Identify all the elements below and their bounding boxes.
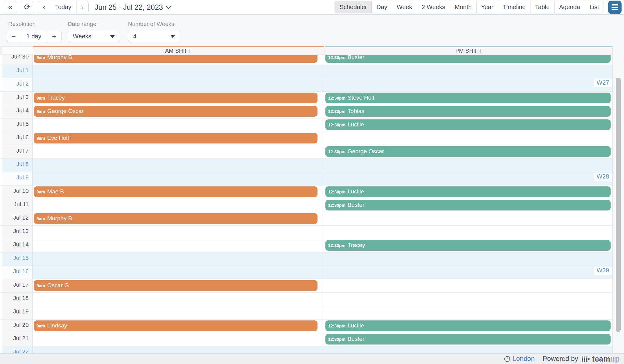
am-shift-cell[interactable]: 9amMae B (33, 186, 324, 199)
am-shift-cell[interactable] (33, 118, 324, 132)
date-label[interactable]: Jul 5 (2, 118, 33, 132)
event-am-shift[interactable]: 9amOscar G (34, 280, 317, 291)
resolution-decrease-button[interactable]: − (6, 31, 21, 42)
powered-by[interactable]: Powered by teamup (543, 355, 620, 363)
pm-shift-cell[interactable]: W29 (324, 266, 612, 279)
pm-shift-cell[interactable]: 12:30pmLucille (324, 186, 612, 199)
event-pm-shift[interactable]: 12:30pmLucille (325, 119, 611, 130)
week-number-badge[interactable]: W27 (594, 79, 612, 87)
pm-shift-column-header[interactable]: PM SHIFT (325, 46, 612, 55)
event-pm-shift[interactable]: 12:30pmBuster (325, 334, 611, 345)
pm-shift-cell[interactable] (324, 306, 612, 319)
pm-shift-cell[interactable] (324, 159, 612, 172)
date-label[interactable]: Jul 14 (2, 239, 33, 252)
tab-month[interactable]: Month (450, 1, 476, 13)
pm-shift-cell[interactable] (324, 65, 612, 78)
tab-year[interactable]: Year (476, 1, 498, 13)
event-am-shift[interactable]: 9amMae B (34, 186, 317, 197)
date-label[interactable]: Jul 1 (2, 65, 33, 78)
am-shift-cell[interactable] (33, 226, 324, 239)
tab-week[interactable]: Week (392, 1, 417, 13)
event-am-shift[interactable]: 9amMurphy B (34, 213, 317, 224)
event-am-shift[interactable]: 9amLindsay (34, 320, 317, 331)
tab-agenda[interactable]: Agenda (554, 1, 585, 13)
tab-2-weeks[interactable]: 2 Weeks (417, 1, 450, 13)
date-range-title[interactable]: Jun 25 - Jul 22, 2023 (95, 3, 170, 12)
pm-shift-cell[interactable] (324, 279, 612, 292)
date-label[interactable]: Jul 3 (2, 92, 33, 105)
event-pm-shift[interactable]: 12:30pmBuster (325, 200, 611, 210)
timezone-link[interactable]: London (504, 355, 535, 363)
date-label[interactable]: Jul 22 (2, 346, 33, 353)
am-shift-cell[interactable]: 9amOscar G (33, 279, 324, 292)
date-label[interactable]: Jul 2 (2, 78, 33, 91)
date-label[interactable]: Jul 4 (2, 105, 33, 118)
pm-shift-cell[interactable] (324, 212, 612, 225)
pm-shift-cell[interactable]: 12:30pmLucille (324, 320, 612, 333)
am-shift-cell[interactable] (33, 253, 324, 266)
event-am-shift[interactable]: 9amEve Holt (34, 133, 317, 143)
pm-shift-cell[interactable]: W27 (324, 78, 612, 91)
am-shift-cell[interactable]: 9amLindsay (33, 320, 324, 333)
date-label[interactable]: Jul 21 (2, 333, 33, 346)
event-pm-shift[interactable]: 12:30pmLucille (325, 186, 611, 197)
date-label[interactable]: Jul 6 (2, 132, 33, 145)
pm-shift-cell[interactable]: 12:30pmTracey (324, 239, 612, 252)
pm-shift-cell[interactable] (324, 132, 612, 145)
pm-shift-cell[interactable]: W28 (324, 172, 612, 185)
number-of-weeks-select[interactable]: 4 (128, 31, 180, 42)
event-am-shift[interactable]: 9amMurphy B (34, 55, 317, 63)
week-number-badge[interactable]: W29 (594, 267, 612, 275)
am-shift-cell[interactable] (33, 65, 324, 78)
refresh-button[interactable]: ⟳ (21, 1, 34, 13)
pm-shift-cell[interactable]: 12:30pmBuster (324, 199, 612, 212)
menu-button[interactable] (608, 1, 622, 14)
am-shift-cell[interactable] (33, 266, 324, 279)
am-shift-cell[interactable] (33, 145, 324, 158)
pm-shift-cell[interactable]: 12:30pmGeorge Oscar (324, 145, 612, 158)
week-number-badge[interactable]: W28 (594, 173, 612, 181)
pm-shift-cell[interactable] (324, 293, 612, 306)
am-shift-column-header[interactable]: AM SHIFT (33, 46, 324, 55)
am-shift-cell[interactable]: 9amMurphy B (33, 55, 324, 65)
date-label[interactable]: Jul 12 (2, 212, 33, 225)
date-label[interactable]: Jul 20 (2, 320, 33, 333)
date-label[interactable]: Jul 10 (2, 186, 33, 199)
pm-shift-cell[interactable]: 12:30pmLucille (324, 118, 612, 132)
date-label[interactable]: Jul 16 (2, 266, 33, 279)
pm-shift-cell[interactable]: 12:30pmBuster (324, 55, 612, 65)
date-label[interactable]: Jul 8 (2, 159, 33, 172)
resolution-increase-button[interactable]: + (47, 31, 62, 42)
am-shift-cell[interactable] (33, 306, 324, 319)
date-label[interactable]: Jul 18 (2, 293, 33, 306)
pm-shift-cell[interactable]: 12:30pmTobias (324, 105, 612, 118)
tab-scheduler[interactable]: Scheduler (335, 1, 371, 13)
tab-timeline[interactable]: Timeline (498, 1, 530, 13)
am-shift-cell[interactable]: 9amEve Holt (33, 132, 324, 145)
date-label[interactable]: Jul 7 (2, 145, 33, 158)
next-button[interactable]: › (76, 1, 89, 13)
am-shift-cell[interactable] (33, 159, 324, 172)
am-shift-cell[interactable] (33, 172, 324, 185)
scrollbar-track[interactable] (612, 46, 624, 353)
prev-button[interactable]: ‹ (38, 1, 50, 13)
date-label[interactable]: Jul 13 (2, 226, 33, 239)
date-label[interactable]: Jul 19 (2, 306, 33, 319)
am-shift-cell[interactable] (33, 239, 324, 252)
date-label[interactable]: Jul 15 (2, 253, 33, 266)
am-shift-cell[interactable] (33, 78, 324, 91)
date-label[interactable]: Jul 17 (2, 279, 33, 292)
skip-back-button[interactable]: « (4, 1, 17, 13)
pm-shift-cell[interactable] (324, 226, 612, 239)
date-label[interactable]: Jul 11 (2, 199, 33, 212)
am-shift-cell[interactable]: 9amTracey (33, 92, 324, 105)
date-label[interactable]: Jul 9 (2, 172, 33, 185)
pm-shift-cell[interactable]: 12:30pmSteve Holt (324, 92, 612, 105)
pm-shift-cell[interactable] (324, 253, 612, 266)
event-pm-shift[interactable]: 12:30pmGeorge Oscar (325, 146, 611, 157)
event-pm-shift[interactable]: 12:30pmSteve Holt (325, 93, 611, 103)
pm-shift-cell[interactable]: 12:30pmBuster (324, 333, 612, 346)
am-shift-cell[interactable] (33, 346, 324, 353)
event-am-shift[interactable]: 9amTracey (34, 93, 317, 103)
am-shift-cell[interactable] (33, 199, 324, 212)
